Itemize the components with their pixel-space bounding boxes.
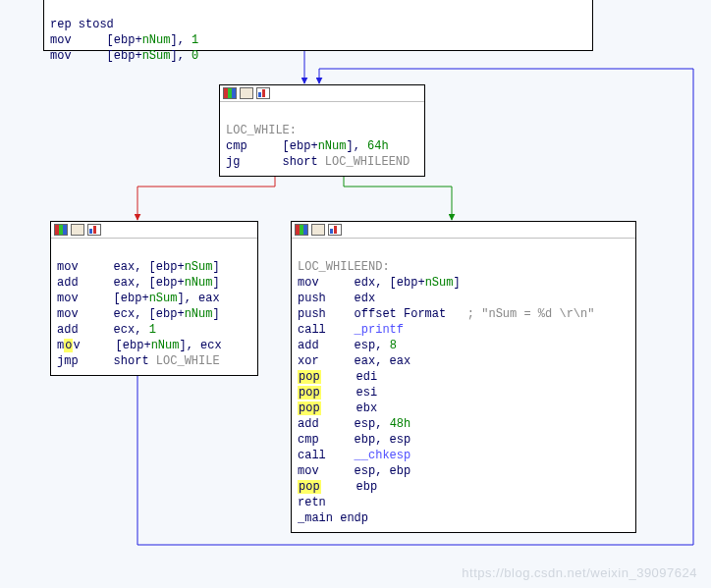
code-block: mov eax, [ebp+nSum] add eax, [ebp+nNum] … — [51, 239, 257, 375]
rgb-icon — [54, 224, 68, 236]
tool-icon — [311, 224, 325, 236]
block-titlebar — [220, 85, 424, 102]
code-block: LOC_WHILE: cmp [ebp+nNum], 64h jg short … — [220, 102, 424, 176]
chart-icon — [256, 87, 270, 99]
chart-icon — [87, 224, 101, 236]
block-loc-while[interactable]: LOC_WHILE: cmp [ebp+nNum], 64h jg short … — [219, 84, 425, 177]
watermark: https://blog.csdn.net/weixin_39097624 — [462, 565, 697, 580]
rgb-icon — [295, 224, 308, 236]
rgb-icon — [223, 87, 237, 99]
block-init[interactable]: rep stosd mov [ebp+nNum], 1 mov [ebp+nSu… — [43, 0, 593, 51]
block-titlebar — [292, 222, 635, 239]
block-loop-body[interactable]: mov eax, [ebp+nSum] add eax, [ebp+nNum] … — [50, 221, 258, 376]
block-loc-whileend[interactable]: LOC_WHILEEND: mov edx, [ebp+nSum] push e… — [291, 221, 636, 533]
block-titlebar — [51, 222, 257, 239]
tool-icon — [71, 224, 84, 236]
chart-icon — [328, 224, 342, 236]
code-block: LOC_WHILEEND: mov edx, [ebp+nSum] push e… — [292, 239, 635, 532]
tool-icon — [240, 87, 253, 99]
code-block: rep stosd mov [ebp+nNum], 1 mov [ebp+nSu… — [44, 0, 592, 70]
